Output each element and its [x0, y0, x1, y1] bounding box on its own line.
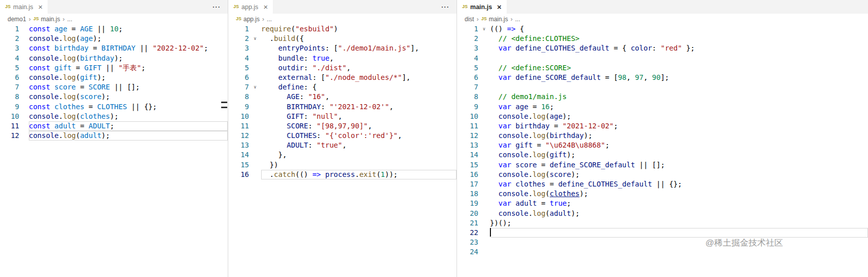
code-line[interactable]: 3const birthday = BIRTHDAY || "2022-12-0… [0, 43, 228, 53]
fold-chevron-icon[interactable]: ∨ [249, 34, 261, 43]
fold-chevron-icon[interactable]: ∨ [478, 24, 490, 34]
breadcrumb-item[interactable]: ... [515, 16, 520, 23]
code-editor[interactable]: 1const age = AGE || 10;2console.log(age)… [0, 24, 228, 277]
tab-label: main.js [470, 4, 492, 11]
code-line[interactable]: 1require("esbuild") [228, 24, 457, 34]
code-line[interactable]: 7 [457, 82, 868, 92]
line-number: 2 [457, 34, 478, 43]
code-line[interactable]: 14 console.log(gift); [457, 150, 868, 160]
code-text: const score = SCORE || []; [29, 82, 228, 92]
breadcrumb-item[interactable]: ... [67, 16, 72, 23]
code-line[interactable]: 2console.log(age); [0, 34, 228, 43]
close-icon[interactable]: × [263, 3, 268, 11]
code-text: require("esbuild") [261, 24, 457, 34]
code-line[interactable]: 24 [457, 247, 868, 257]
code-line[interactable]: 1const age = AGE || 10; [0, 24, 228, 34]
code-line[interactable]: 11const adult = ADULT; [0, 121, 228, 131]
breadcrumb-item[interactable]: dist [465, 16, 474, 23]
code-line[interactable]: 3 var define_CLOTHES_default = { color: … [457, 43, 868, 53]
gutter-spacer [19, 24, 29, 34]
code-line[interactable]: 20 console.log(adult); [457, 209, 868, 218]
tab-app-js[interactable]: JS app.js × [228, 0, 273, 14]
code-text: }) [261, 160, 457, 170]
code-text: .build({ [261, 34, 457, 43]
code-line[interactable]: 7∨ define: { [228, 82, 457, 92]
code-line[interactable]: 10console.log(clothes); [0, 112, 228, 121]
line-number: 15 [457, 160, 478, 170]
code-line[interactable]: 16 console.log(score); [457, 170, 868, 179]
code-line[interactable]: 9 var age = 16; [457, 102, 868, 112]
code-line[interactable]: 13 var gift = "\u624B\u8868"; [457, 141, 868, 150]
tab-dist-main-js[interactable]: JS main.js × [457, 0, 507, 14]
code-line[interactable]: 19 var adult = true; [457, 199, 868, 208]
code-line[interactable]: 4 [457, 54, 868, 63]
code-line[interactable]: 6 var define_SCORE_default = [98, 97, 90… [457, 73, 868, 82]
code-line[interactable]: 10 console.log(age); [457, 112, 868, 121]
breadcrumb-label: ... [515, 16, 520, 23]
fold-chevron-icon[interactable]: ∨ [249, 82, 261, 92]
line-number: 11 [0, 121, 19, 131]
code-text: // <define:CLOTHES> [490, 34, 868, 43]
breadcrumb-item[interactable]: JSmain.js [33, 16, 60, 23]
code-line[interactable]: 4console.log(birthday); [0, 54, 228, 63]
breadcrumb-item[interactable]: JSapp.js [236, 16, 260, 23]
code-editor[interactable]: 1require("esbuild")2∨ .build({3 entryPoi… [228, 24, 457, 277]
code-text: console.log(gift); [29, 73, 228, 82]
code-line[interactable]: 12console.log(adult); [0, 131, 228, 141]
code-line[interactable]: 21})(); [457, 218, 868, 228]
breadcrumb-label: app.js [243, 16, 260, 23]
breadcrumb-item[interactable]: demo1 [8, 16, 26, 23]
code-line[interactable]: 8console.log(score); [0, 92, 228, 102]
more-actions-icon[interactable]: ··· [213, 0, 221, 14]
breadcrumb: demo1›JSmain.js›... [0, 14, 228, 24]
code-line[interactable]: 23 [457, 238, 868, 247]
code-line[interactable]: 6 external: ["./node_modules/*"], [228, 73, 457, 82]
line-number: 23 [457, 238, 478, 247]
code-line[interactable]: 17 var clothes = define_CLOTHES_default … [457, 179, 868, 189]
code-line[interactable]: 2 // <define:CLOTHES> [457, 34, 868, 43]
code-text: console.log(age); [490, 112, 868, 121]
code-line[interactable]: 16 .catch(() => process.exit(1)); [228, 170, 457, 179]
scrollbar-grip[interactable] [221, 102, 227, 108]
code-editor[interactable]: 1∨(() => {2 // <define:CLOTHES>3 var def… [457, 24, 868, 277]
code-line[interactable]: 4 bundle: true, [228, 54, 457, 63]
code-line[interactable]: 2∨ .build({ [228, 34, 457, 43]
code-line[interactable]: 15 }) [228, 160, 457, 170]
code-line[interactable]: 14 }, [228, 150, 457, 160]
code-line[interactable]: 8 // demo1/main.js [457, 92, 868, 102]
code-line[interactable]: 22 [457, 228, 868, 238]
code-line[interactable]: 3 entryPoints: ["./demo1/main.js"], [228, 43, 457, 53]
code-text [490, 228, 868, 238]
code-line[interactable]: 13 ADULT: "true", [228, 141, 457, 150]
code-line[interactable]: 12 CLOTHES: "{'color':'red'}", [228, 131, 457, 141]
line-number: 13 [457, 141, 478, 150]
line-number: 18 [457, 189, 478, 199]
tab-main-js[interactable]: JS main.js × [0, 0, 48, 14]
code-line[interactable]: 11 SCORE: "[98,97,90]", [228, 121, 457, 131]
code-line[interactable]: 7const score = SCORE || []; [0, 82, 228, 92]
breadcrumb-separator-icon: › [262, 16, 264, 23]
breadcrumb-item[interactable]: JSmain.js [481, 16, 508, 23]
code-line[interactable]: 5 // <define:SCORE> [457, 63, 868, 73]
breadcrumb-item[interactable]: ... [267, 16, 272, 23]
close-icon[interactable]: × [38, 3, 43, 11]
more-actions-icon[interactable]: ··· [441, 0, 449, 14]
gutter-spacer [478, 170, 490, 179]
code-line[interactable]: 6console.log(gift); [0, 73, 228, 82]
code-line[interactable]: 10 GIFT: "null", [228, 112, 457, 121]
gutter-spacer [478, 189, 490, 199]
code-text: .catch(() => process.exit(1)); [261, 170, 457, 179]
line-number: 2 [228, 34, 249, 43]
line-number: 15 [228, 160, 249, 170]
code-line[interactable]: 9 BIRTHDAY: "'2021-12-02'", [228, 102, 457, 112]
code-line[interactable]: 1∨(() => { [457, 24, 868, 34]
code-line[interactable]: 8 AGE: "16", [228, 92, 457, 102]
code-line[interactable]: 15 var score = define_SCORE_default || [… [457, 160, 868, 170]
code-line[interactable]: 18 console.log(clothes); [457, 189, 868, 199]
code-line[interactable]: 12 console.log(birthday); [457, 131, 868, 141]
code-line[interactable]: 11 var birthday = "2021-12-02"; [457, 121, 868, 131]
close-icon[interactable]: × [497, 3, 502, 11]
code-line[interactable]: 5const gift = GIFT || "手表"; [0, 63, 228, 73]
code-line[interactable]: 9const clothes = CLOTHES || {}; [0, 102, 228, 112]
code-line[interactable]: 5 outdir: "./dist", [228, 63, 457, 73]
